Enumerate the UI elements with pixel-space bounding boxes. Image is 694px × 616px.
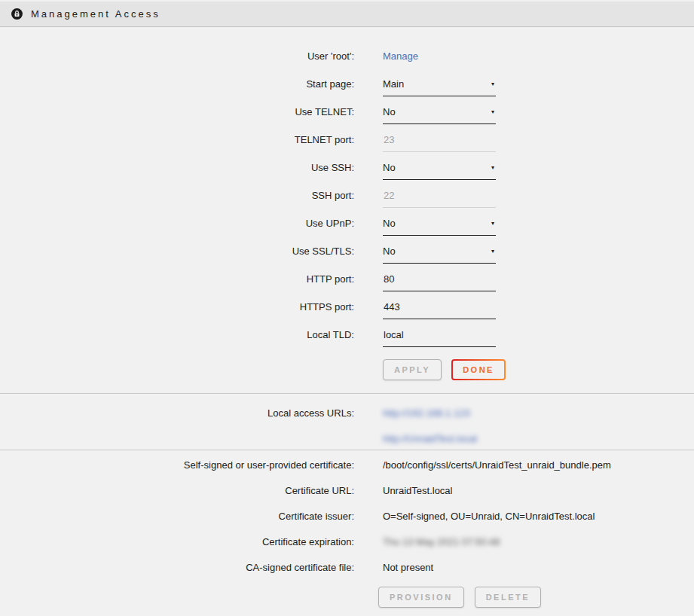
form-row-use-upnp: Use UPnP: No ▾ [0, 209, 694, 237]
ca-cert-status: Not present [383, 562, 433, 573]
form-row-use-ssl: Use SSL/TLS: No ▾ [0, 237, 694, 265]
chevron-down-icon: ▾ [491, 218, 496, 227]
local-access-label: Local access URLs: [0, 400, 354, 451]
form-row-use-ssh: Use SSH: No ▾ [0, 154, 694, 181]
cert-issuer-value: O=Self-signed, OU=Unraid, CN=UnraidTest.… [383, 511, 595, 522]
cert-row-ca-file: CA-signed certificate file: Not present [0, 554, 694, 580]
form-row-start-page: Start page: Main ▾ [0, 70, 694, 98]
provision-button[interactable]: PROVISION [378, 587, 464, 608]
apply-button[interactable]: APPLY [383, 359, 442, 380]
local-tld-input[interactable] [383, 329, 496, 347]
chevron-down-icon: ▾ [491, 162, 496, 171]
field-label: Local TLD: [0, 329, 354, 340]
use-upnp-select[interactable]: No ▾ [383, 218, 496, 236]
field-label: CA-signed certificate file: [0, 562, 354, 573]
field-label: Use UPnP: [0, 218, 354, 229]
https-port-input[interactable] [383, 301, 496, 319]
telnet-port-input [383, 134, 496, 152]
titlebar: Management Access [0, 2, 694, 27]
field-label: Certificate URL: [0, 485, 354, 496]
use-telnet-select[interactable]: No ▾ [383, 106, 496, 124]
select-value: No [383, 245, 396, 257]
local-access-url-link[interactable]: http://UnraidTest.local [383, 433, 477, 444]
field-label: Use TELNET: [0, 106, 354, 117]
use-ssl-select[interactable]: No ▾ [383, 245, 496, 264]
form-row-local-tld: Local TLD: [0, 321, 694, 349]
select-value: No [383, 162, 396, 173]
management-access-form: User 'root': Manage Start page: Main ▾ U… [0, 27, 694, 393]
cert-row-bundle: Self-signed or user-provided certificate… [0, 452, 694, 477]
http-port-input[interactable] [383, 273, 496, 291]
field-label: SSH port: [0, 190, 354, 201]
select-value: Main [383, 78, 404, 90]
field-label: TELNET port: [0, 134, 354, 145]
field-label: HTTP port: [0, 273, 354, 285]
form-row-ssh-port: SSH port: [0, 181, 694, 209]
form-row-https-port: HTTPS port: [0, 293, 694, 321]
cert-row-url: Certificate URL: UnraidTest.local [0, 477, 694, 503]
cert-bundle-path: /boot/config/ssl/certs/UnraidTest_unraid… [383, 459, 611, 471]
page-title: Management Access [31, 8, 161, 20]
form-row-http-port: HTTP port: [0, 265, 694, 293]
delete-button[interactable]: DELETE [475, 587, 541, 608]
field-label: User 'root': [0, 50, 354, 62]
field-label: Certificate issuer: [0, 511, 354, 522]
lock-circle-icon [11, 8, 23, 20]
cert-row-issuer: Certificate issuer: O=Self-signed, OU=Un… [0, 503, 694, 529]
chevron-down-icon: ▾ [491, 106, 496, 115]
form-row-user-root: User 'root': Manage [0, 42, 694, 70]
ssh-port-input [383, 190, 496, 208]
certificate-section: Self-signed or user-provided certificate… [0, 450, 694, 608]
form-row-telnet-port: TELNET port: [0, 126, 694, 154]
field-label: Start page: [0, 78, 354, 90]
start-page-select[interactable]: Main ▾ [383, 78, 496, 96]
field-label: Self-signed or user-provided certificate… [0, 459, 354, 471]
done-button[interactable]: DONE [451, 359, 506, 380]
chevron-down-icon: ▾ [491, 245, 496, 255]
select-value: No [383, 106, 396, 117]
certificate-actions: PROVISION DELETE [378, 587, 694, 608]
select-value: No [383, 218, 396, 229]
form-row-use-telnet: Use TELNET: No ▾ [0, 98, 694, 126]
chevron-down-icon: ▾ [491, 78, 496, 87]
field-label: Use SSL/TLS: [0, 245, 354, 257]
field-label: HTTPS port: [0, 301, 354, 313]
local-access-section: Local access URLs: http://192.168.1.123 … [0, 394, 694, 450]
manage-root-link[interactable]: Manage [383, 50, 418, 62]
field-label: Use SSH: [0, 162, 354, 173]
cert-row-expiration: Certificate expiration: Thu 13 May 2021 … [0, 529, 694, 554]
local-access-url-link[interactable]: http://192.168.1.123 [383, 407, 470, 419]
field-label: Certificate expiration: [0, 536, 354, 547]
cert-expiration-value: Thu 13 May 2021 07:50:48 [383, 536, 500, 547]
use-ssh-select[interactable]: No ▾ [383, 162, 496, 180]
form-actions: APPLY DONE [383, 359, 694, 380]
cert-url-value: UnraidTest.local [383, 485, 453, 496]
